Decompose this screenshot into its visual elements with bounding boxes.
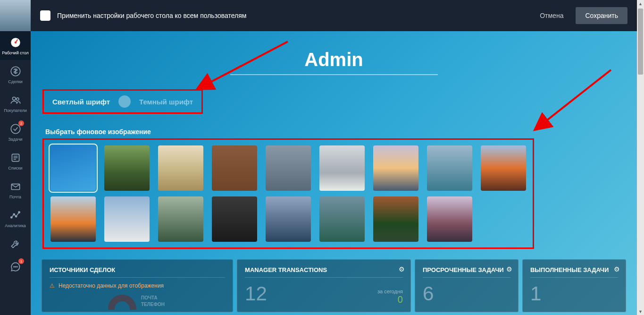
bg-grid [50,145,526,242]
font-dark-option[interactable]: Темный шрифт [139,98,193,106]
sidebar-item-buyers[interactable]: Покупатели [0,89,31,118]
widget-value: 12 [245,282,267,305]
bg-thumb-1[interactable] [104,145,150,191]
bg-row [50,145,526,191]
apply-all-checkbox[interactable] [40,10,50,21]
bg-thumb-2[interactable] [158,145,203,191]
sidebar-item-label: Сделки [8,79,23,84]
badge: 1 [18,258,24,264]
widget-title: ПРОСРОЧЕННЫЕ ЗАДАЧИ [423,266,510,278]
sidebar-item-lists[interactable]: Списки [0,146,31,175]
warning-text: Недостаточно данных для отображения [59,282,164,289]
bg-thumb-11[interactable] [158,196,203,242]
bg-thumb-7[interactable] [427,145,472,191]
svg-point-13 [15,266,16,267]
bg-thumb-8[interactable] [481,145,526,191]
source-legend: ПОЧТА ТЕЛЕФОН [141,295,165,308]
donut-chart [108,295,136,310]
widget-overdue-tasks: ⚙ ПРОСРОЧЕННЫЕ ЗАДАЧИ 6 [415,259,519,312]
today-label: за сегодня [377,289,403,294]
mail-icon [9,180,22,193]
gear-icon[interactable]: ⚙ [399,265,405,273]
bg-thumb-15[interactable] [373,196,418,242]
svg-point-11 [18,212,19,213]
sidebar-item-analytics[interactable]: Аналитика [0,204,31,233]
widget-value: 1 [530,282,618,305]
today-value: 0 [377,294,403,305]
sidebar-item-label: Покупатели [4,108,27,113]
widget-done-tasks: ⚙ ВЫПОЛНЕННЫЕ ЗАДАЧИ 1 [522,259,626,312]
bg-thumb-16[interactable] [427,196,472,242]
apply-all-label: Применить настройки рабочего стола ко вс… [57,12,246,19]
bg-thumb-6[interactable] [373,145,418,191]
sidebar-item-tasks[interactable]: 2 Задачи [0,118,31,146]
dollar-icon [9,65,22,78]
analytics-icon [9,209,22,222]
svg-point-3 [12,97,16,101]
main-area: Admin Светлый шрифт Темный шрифт Выбрать… [31,31,637,315]
topbar: Применить настройки рабочего стола ко вс… [31,0,637,31]
bg-thumb-0[interactable] [50,145,96,191]
sidebar-item-label: Почта [9,195,21,199]
bg-thumb-13[interactable] [266,196,311,242]
sidebar-item-deals[interactable]: Сделки [0,60,31,89]
list-icon [9,151,22,164]
sidebar-item-chat[interactable]: 1 [0,255,31,278]
sidebar-item-dashboard[interactable]: Рабочий стол [0,31,31,60]
svg-point-14 [17,266,17,267]
topbar-left: Применить настройки рабочего стола ко вс… [40,10,246,21]
widget-sources: ИСТОЧНИКИ СДЕЛОК ⚠ Недостаточно данных д… [42,259,233,312]
gear-icon[interactable]: ⚙ [614,265,620,273]
bg-thumb-12[interactable] [212,196,257,242]
bg-thumb-14[interactable] [319,196,365,242]
svg-point-5 [11,124,20,134]
sidebar-logo [0,0,31,31]
widget-title: ВЫПОЛНЕННЫЕ ЗАДАЧИ [530,266,618,278]
svg-point-10 [15,216,17,217]
title-divider [230,74,438,75]
legend-item: ПОЧТА [141,295,165,301]
widget-title: MANAGER TRANSACTIONS [245,266,403,278]
wrench-icon [9,238,22,251]
cancel-button[interactable]: Отмена [532,7,571,24]
svg-point-12 [14,266,14,267]
widget-manager-transactions: ⚙ MANAGER TRANSACTIONS 12 за сегодня 0 [237,259,411,312]
svg-point-4 [16,98,18,100]
sidebar-item-label: Аналитика [5,223,26,228]
scrollbar-up-arrow[interactable]: ▲ [637,0,644,7]
badge: 2 [18,120,24,126]
bg-thumb-3[interactable] [212,145,257,191]
sidebar-item-label: Списки [8,166,23,170]
bg-row [50,196,526,242]
dashboard-icon [9,36,22,49]
svg-point-9 [13,213,15,215]
font-toggle-annotation: Светлый шрифт Темный шрифт [42,89,203,114]
scrollbar-down-arrow[interactable]: ▼ [637,308,644,315]
users-icon [9,94,22,107]
bg-thumb-10[interactable] [104,196,150,242]
font-light-option[interactable]: Светлый шрифт [52,98,110,106]
scrollbar[interactable]: ▲ ▼ [637,0,644,315]
sidebar-item-label: Задачи [8,137,22,142]
font-toggle-knob[interactable] [118,95,131,108]
save-button[interactable]: Сохранить [576,7,627,24]
widgets-row: ИСТОЧНИКИ СДЕЛОК ⚠ Недостаточно данных д… [42,259,626,312]
svg-point-1 [14,42,16,43]
legend-item: ТЕЛЕФОН [141,301,165,308]
bg-section-label: Выбрать фоновое изображение [45,128,630,136]
bg-thumb-9[interactable] [50,196,96,242]
gear-icon[interactable]: ⚙ [506,265,512,273]
insufficient-data-warning: ⚠ Недостаточно данных для отображения [50,282,225,289]
bg-thumb-4[interactable] [266,145,311,191]
sidebar-item-settings[interactable] [0,233,31,255]
sidebar-item-mail[interactable]: Почта [0,175,31,204]
widget-value: 6 [423,282,510,305]
widget-title: ИСТОЧНИКИ СДЕЛОК [50,266,225,278]
sidebar: Рабочий стол Сделки Покупатели 2 Задачи … [0,0,31,315]
svg-point-8 [10,217,12,218]
bg-thumb-5[interactable] [319,145,365,191]
scrollbar-thumb[interactable] [638,9,643,75]
bg-grid-annotation [42,138,534,249]
sidebar-item-label: Рабочий стол [2,51,29,55]
warning-icon: ⚠ [50,282,55,289]
